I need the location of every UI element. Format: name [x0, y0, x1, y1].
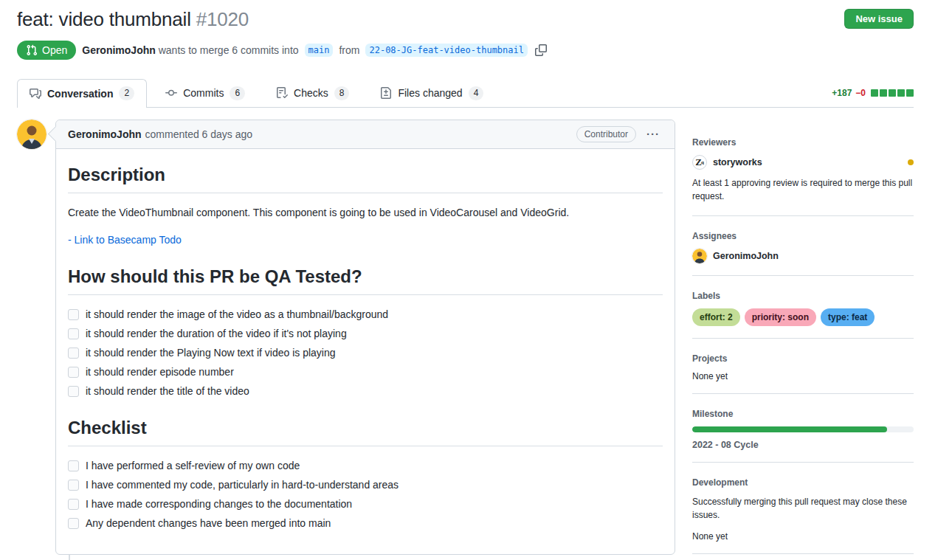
- tab-files-changed-label: Files changed: [398, 87, 462, 99]
- checkbox[interactable]: [68, 499, 79, 510]
- title-row: feat: video thumbnail #1020 New issue: [17, 7, 914, 32]
- tab-commits[interactable]: Commits 6: [153, 79, 258, 107]
- pr-title-text: feat: video thumbnail: [17, 8, 191, 30]
- action-text: wants to merge 6 commits into: [159, 44, 299, 56]
- tab-checks-label: Checks: [294, 87, 328, 99]
- assignee-row: GeronimoJohn: [692, 249, 914, 263]
- task-label: it should render the image of the video …: [86, 307, 388, 322]
- projects-value: None yet: [692, 371, 914, 381]
- git-pull-request-icon: [26, 44, 38, 56]
- task-item: I have commented my code, particularly i…: [68, 477, 663, 493]
- label-type[interactable]: type: feat: [821, 308, 875, 326]
- checkbox[interactable]: [68, 367, 79, 378]
- sidebar: Reviewers Zq storyworks At least 1 appro…: [692, 120, 914, 560]
- pr-page: feat: video thumbnail #1020 New issue Op…: [0, 0, 952, 560]
- comment-meta: commented 6 days ago: [145, 128, 253, 140]
- checkbox[interactable]: [68, 480, 79, 491]
- milestone-header: Milestone: [692, 409, 914, 419]
- checklist-task-list: I have performed a self-review of my own…: [68, 458, 663, 531]
- status-label: Open: [42, 44, 67, 56]
- labels-header: Labels: [692, 291, 914, 301]
- tab-checks-count: 8: [334, 86, 350, 100]
- head-branch-chip[interactable]: 22-08-JG-feat-video-thumbnail: [365, 44, 528, 57]
- checkbox[interactable]: [68, 309, 79, 320]
- comment-card: GeronimoJohn commented 6 days ago Contri…: [55, 120, 675, 555]
- task-label: I have performed a self-review of my own…: [86, 458, 300, 474]
- assignees-header: Assignees: [692, 231, 914, 241]
- task-item: it should render the duration of the vid…: [68, 326, 663, 342]
- base-branch-chip[interactable]: main: [305, 44, 334, 57]
- task-label: I have made corresponding changes to the…: [86, 497, 352, 512]
- task-label: it should render the title of the video: [86, 384, 249, 399]
- pr-number: #1020: [196, 8, 249, 30]
- projects-section: Projects None yet: [692, 350, 914, 394]
- contributor-badge: Contributor: [576, 126, 636, 142]
- checkbox[interactable]: [68, 328, 79, 339]
- pending-review-dot-icon: [908, 159, 914, 165]
- conversation-timeline: GeronimoJohn commented 6 days ago Contri…: [17, 120, 675, 560]
- comment-header: GeronimoJohn commented 6 days ago Contri…: [56, 120, 675, 149]
- git-commit-icon: [165, 87, 177, 99]
- new-issue-button[interactable]: New issue: [844, 9, 914, 29]
- task-item: it should render episode number: [68, 364, 663, 380]
- task-label: it should render episode number: [86, 364, 234, 380]
- reviewer-row: Zq storyworks: [692, 155, 914, 170]
- deletions-count: −0: [855, 88, 866, 98]
- assignee-name[interactable]: GeronimoJohn: [713, 251, 779, 261]
- diff-stat[interactable]: +187 −0: [832, 88, 914, 98]
- milestone-progress-fill: [692, 426, 887, 432]
- qa-task-list: it should render the image of the video …: [68, 307, 663, 399]
- comment-body: Description Create the VideoThumbnail co…: [56, 149, 675, 554]
- checkbox[interactable]: [68, 386, 79, 397]
- tab-checks[interactable]: Checks 8: [263, 79, 362, 107]
- timeline-line: [69, 555, 70, 560]
- task-item: it should render the title of the video: [68, 384, 663, 399]
- task-item: Any dependent changes have been merged i…: [68, 516, 663, 531]
- milestone-section: Milestone 2022 - 08 Cycle: [692, 406, 914, 463]
- from-word: from: [339, 44, 359, 56]
- tab-files-changed[interactable]: Files changed 4: [368, 79, 496, 107]
- tab-conversation-label: Conversation: [47, 88, 113, 100]
- additions-count: +187: [832, 88, 852, 98]
- reviewer-name[interactable]: storyworks: [713, 157, 762, 167]
- task-item: I have performed a self-review of my own…: [68, 458, 663, 474]
- pr-tabnav: Conversation 2 Commits 6 Checks 8 Files …: [17, 79, 914, 108]
- comment-author-link[interactable]: GeronimoJohn: [68, 128, 142, 140]
- task-label: it should render the duration of the vid…: [86, 326, 347, 342]
- pr-subtitle: GeronimoJohn wants to merge 6 commits in…: [82, 44, 298, 56]
- development-value: None yet: [692, 531, 914, 542]
- task-label: it should render the Playing Now text if…: [86, 345, 336, 361]
- comment-discussion-icon: [30, 88, 41, 100]
- checklist-icon: [276, 87, 288, 99]
- tab-conversation[interactable]: Conversation 2: [17, 79, 147, 108]
- section-heading-checklist: Checklist: [68, 417, 663, 446]
- tab-conversation-count: 2: [119, 86, 134, 100]
- reviewer-avatar: Zq: [692, 155, 707, 170]
- copy-branch-button[interactable]: [534, 43, 548, 58]
- development-header: Development: [692, 477, 914, 488]
- pr-meta-row: Open GeronimoJohn wants to merge 6 commi…: [17, 41, 914, 60]
- development-note: Successfully merging this pull request m…: [692, 495, 914, 522]
- section-heading-qa: How should this PR be QA Tested?: [68, 266, 663, 295]
- section-heading-description: Description: [68, 164, 663, 193]
- main-area: GeronimoJohn commented 6 days ago Contri…: [17, 120, 914, 560]
- task-item: I have made corresponding changes to the…: [68, 497, 663, 512]
- labels-row: effort: 2 priority: soon type: feat: [692, 308, 914, 326]
- label-priority[interactable]: priority: soon: [745, 308, 816, 326]
- checkbox[interactable]: [68, 518, 79, 529]
- checkbox[interactable]: [68, 348, 79, 359]
- projects-header: Projects: [692, 353, 914, 364]
- task-label: I have commented my code, particularly i…: [86, 477, 399, 493]
- author-link[interactable]: GeronimoJohn: [82, 44, 156, 56]
- milestone-title[interactable]: 2022 - 08 Cycle: [692, 440, 914, 450]
- label-effort[interactable]: effort: 2: [692, 308, 740, 326]
- checkbox[interactable]: [68, 460, 79, 471]
- basecamp-todo-link[interactable]: - Link to Basecamp Todo: [68, 234, 182, 246]
- copy-icon: [535, 44, 547, 56]
- diffstat-blocks: [871, 89, 914, 97]
- development-section: Development Successfully merging this pu…: [692, 474, 914, 554]
- review-requirement-note: At least 1 approving review is required …: [692, 176, 914, 204]
- kebab-menu-icon[interactable]: ···: [644, 128, 663, 139]
- avatar[interactable]: [17, 120, 46, 149]
- milestone-progress-track: [692, 426, 914, 432]
